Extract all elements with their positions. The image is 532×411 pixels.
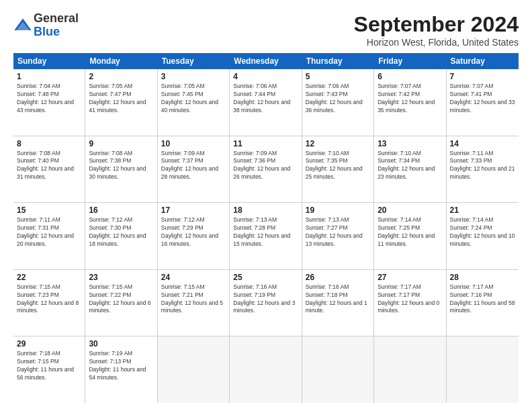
calendar: SundayMondayTuesdayWednesdayThursdayFrid… [13, 53, 519, 403]
day-number: 8 [17, 139, 81, 148]
day-info: Sunrise: 7:18 AMSunset: 7:15 PMDaylight:… [17, 350, 81, 382]
day-number: 17 [161, 205, 226, 215]
day-number: 29 [17, 339, 81, 349]
logo-general: General [34, 11, 79, 25]
day-info: Sunrise: 7:17 AMSunset: 7:16 PMDaylight:… [450, 283, 515, 316]
day-number: 6 [378, 72, 442, 81]
day-info: Sunrise: 7:14 AMSunset: 7:24 PMDaylight:… [450, 216, 515, 248]
calendar-cell: 12Sunrise: 7:10 AMSunset: 7:35 PMDayligh… [302, 136, 374, 203]
calendar-cell [158, 336, 230, 403]
day-number: 18 [233, 205, 298, 215]
day-number: 9 [89, 139, 153, 148]
calendar-cell: 14Sunrise: 7:11 AMSunset: 7:33 PMDayligh… [447, 136, 519, 203]
day-header-saturday: Saturday [447, 53, 519, 69]
day-number: 25 [233, 273, 298, 282]
day-number: 22 [17, 273, 81, 282]
day-number: 4 [233, 72, 298, 81]
day-info: Sunrise: 7:12 AMSunset: 7:29 PMDaylight:… [161, 216, 226, 248]
calendar-cell: 23Sunrise: 7:15 AMSunset: 7:22 PMDayligh… [85, 270, 157, 336]
day-info: Sunrise: 7:07 AMSunset: 7:42 PMDaylight:… [378, 83, 442, 115]
calendar-cell: 20Sunrise: 7:14 AMSunset: 7:25 PMDayligh… [374, 203, 446, 269]
day-header-tuesday: Tuesday [158, 53, 230, 69]
calendar-cell: 7Sunrise: 7:07 AMSunset: 7:41 PMDaylight… [447, 69, 519, 136]
day-info: Sunrise: 7:05 AMSunset: 7:45 PMDaylight:… [161, 83, 226, 115]
page: General Blue September 2024 Horizon West… [0, 0, 532, 411]
calendar-cell: 9Sunrise: 7:08 AMSunset: 7:38 PMDaylight… [85, 136, 157, 203]
calendar-cell: 26Sunrise: 7:16 AMSunset: 7:18 PMDayligh… [302, 270, 374, 336]
day-info: Sunrise: 7:06 AMSunset: 7:43 PMDaylight:… [306, 83, 370, 115]
calendar-cell [302, 336, 374, 403]
day-info: Sunrise: 7:15 AMSunset: 7:21 PMDaylight:… [161, 283, 226, 316]
day-info: Sunrise: 7:15 AMSunset: 7:23 PMDaylight:… [17, 283, 81, 316]
calendar-cell: 17Sunrise: 7:12 AMSunset: 7:29 PMDayligh… [158, 203, 230, 269]
day-number: 26 [306, 273, 370, 282]
day-number: 16 [89, 205, 153, 215]
calendar-cell: 27Sunrise: 7:17 AMSunset: 7:17 PMDayligh… [374, 270, 446, 336]
day-number: 11 [233, 139, 298, 148]
day-number: 20 [378, 205, 442, 215]
calendar-cell: 1Sunrise: 7:04 AMSunset: 7:48 PMDaylight… [13, 69, 85, 136]
day-header-friday: Friday [374, 53, 446, 69]
calendar-cell: 24Sunrise: 7:15 AMSunset: 7:21 PMDayligh… [158, 270, 230, 336]
day-info: Sunrise: 7:04 AMSunset: 7:48 PMDaylight:… [17, 83, 81, 115]
day-number: 2 [89, 72, 153, 81]
logo-text: General Blue [34, 12, 79, 39]
day-info: Sunrise: 7:11 AMSunset: 7:31 PMDaylight:… [17, 216, 81, 248]
calendar-row: 29Sunrise: 7:18 AMSunset: 7:15 PMDayligh… [13, 336, 519, 403]
month-title: September 2024 [354, 12, 519, 37]
calendar-cell: 28Sunrise: 7:17 AMSunset: 7:16 PMDayligh… [447, 270, 519, 336]
calendar-cell [230, 336, 302, 403]
day-info: Sunrise: 7:09 AMSunset: 7:36 PMDaylight:… [233, 150, 298, 182]
calendar-cell: 25Sunrise: 7:16 AMSunset: 7:19 PMDayligh… [230, 270, 302, 336]
day-info: Sunrise: 7:17 AMSunset: 7:17 PMDaylight:… [378, 283, 442, 316]
day-info: Sunrise: 7:13 AMSunset: 7:27 PMDaylight:… [306, 216, 370, 248]
calendar-cell: 3Sunrise: 7:05 AMSunset: 7:45 PMDaylight… [158, 69, 230, 136]
calendar-cell: 15Sunrise: 7:11 AMSunset: 7:31 PMDayligh… [13, 203, 85, 269]
calendar-cell: 19Sunrise: 7:13 AMSunset: 7:27 PMDayligh… [302, 203, 374, 269]
day-info: Sunrise: 7:11 AMSunset: 7:33 PMDaylight:… [450, 150, 515, 182]
day-info: Sunrise: 7:16 AMSunset: 7:18 PMDaylight:… [306, 283, 370, 316]
day-info: Sunrise: 7:09 AMSunset: 7:37 PMDaylight:… [161, 150, 226, 182]
calendar-cell: 13Sunrise: 7:10 AMSunset: 7:34 PMDayligh… [374, 136, 446, 203]
day-info: Sunrise: 7:07 AMSunset: 7:41 PMDaylight:… [450, 83, 515, 115]
day-info: Sunrise: 7:15 AMSunset: 7:22 PMDaylight:… [89, 283, 153, 316]
day-number: 30 [89, 339, 153, 349]
day-number: 15 [17, 205, 81, 215]
day-info: Sunrise: 7:06 AMSunset: 7:44 PMDaylight:… [233, 83, 298, 115]
day-number: 19 [306, 205, 370, 215]
day-info: Sunrise: 7:16 AMSunset: 7:19 PMDaylight:… [233, 283, 298, 316]
day-number: 7 [450, 72, 515, 81]
day-info: Sunrise: 7:13 AMSunset: 7:28 PMDaylight:… [233, 216, 298, 248]
day-info: Sunrise: 7:12 AMSunset: 7:30 PMDaylight:… [89, 216, 153, 248]
calendar-cell: 11Sunrise: 7:09 AMSunset: 7:36 PMDayligh… [230, 136, 302, 203]
calendar-cell: 2Sunrise: 7:05 AMSunset: 7:47 PMDaylight… [85, 69, 157, 136]
title-block: September 2024 Horizon West, Florida, Un… [354, 12, 519, 48]
logo-blue: Blue [34, 25, 60, 38]
day-header-sunday: Sunday [13, 53, 85, 69]
day-number: 23 [89, 273, 153, 282]
location: Horizon West, Florida, United States [354, 37, 519, 48]
day-info: Sunrise: 7:14 AMSunset: 7:25 PMDaylight:… [378, 216, 442, 248]
calendar-row: 22Sunrise: 7:15 AMSunset: 7:23 PMDayligh… [13, 270, 519, 337]
calendar-cell: 29Sunrise: 7:18 AMSunset: 7:15 PMDayligh… [13, 336, 85, 403]
day-number: 27 [378, 273, 442, 282]
calendar-cell: 10Sunrise: 7:09 AMSunset: 7:37 PMDayligh… [158, 136, 230, 203]
calendar-body: 1Sunrise: 7:04 AMSunset: 7:48 PMDaylight… [13, 69, 519, 403]
day-info: Sunrise: 7:19 AMSunset: 7:13 PMDaylight:… [89, 350, 153, 382]
calendar-cell [447, 336, 519, 403]
calendar-cell: 6Sunrise: 7:07 AMSunset: 7:42 PMDaylight… [374, 69, 446, 136]
day-number: 28 [450, 273, 515, 282]
calendar-cell: 8Sunrise: 7:08 AMSunset: 7:40 PMDaylight… [13, 136, 85, 203]
day-info: Sunrise: 7:10 AMSunset: 7:35 PMDaylight:… [306, 150, 370, 182]
day-number: 13 [378, 139, 442, 148]
calendar-cell: 21Sunrise: 7:14 AMSunset: 7:24 PMDayligh… [447, 203, 519, 269]
day-header-thursday: Thursday [302, 53, 374, 69]
day-info: Sunrise: 7:08 AMSunset: 7:40 PMDaylight:… [17, 150, 81, 182]
header: General Blue September 2024 Horizon West… [13, 12, 519, 48]
day-info: Sunrise: 7:10 AMSunset: 7:34 PMDaylight:… [378, 150, 442, 182]
calendar-row: 15Sunrise: 7:11 AMSunset: 7:31 PMDayligh… [13, 203, 519, 270]
calendar-row: 8Sunrise: 7:08 AMSunset: 7:40 PMDaylight… [13, 136, 519, 203]
day-number: 12 [306, 139, 370, 148]
day-info: Sunrise: 7:05 AMSunset: 7:47 PMDaylight:… [89, 83, 153, 115]
logo: General Blue [13, 12, 79, 39]
